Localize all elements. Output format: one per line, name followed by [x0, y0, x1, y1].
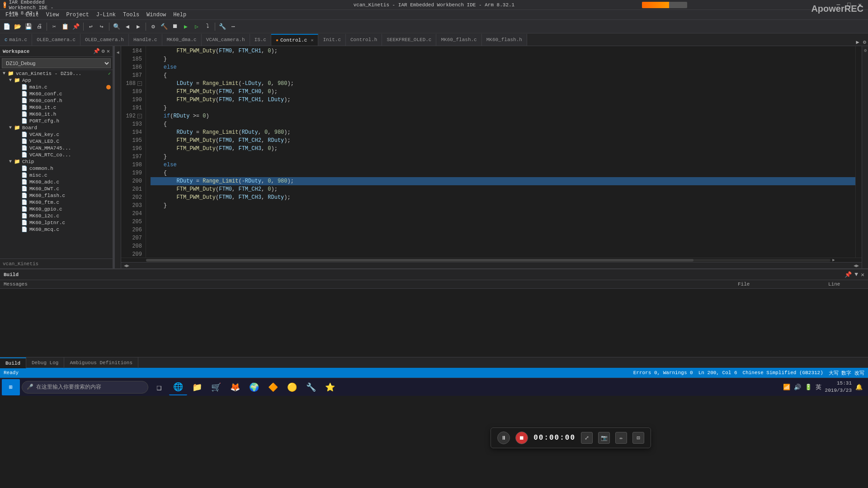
taskbar-notification[interactable]: 🔔 [855, 384, 863, 391]
tab-control-c[interactable]: ● Control.c ✕ [271, 34, 318, 46]
toolbar-chip[interactable]: 🔧 [217, 22, 227, 32]
right-panel-toggle[interactable]: ⚙ [863, 48, 868, 53]
tab-close-control-c[interactable]: ✕ [311, 38, 313, 43]
taskbar-store[interactable]: 🛒 [207, 379, 225, 395]
hscrollbar-track[interactable] [146, 259, 830, 262]
fold-192[interactable]: − [137, 114, 142, 118]
toolbar-print[interactable]: 🖨 [34, 22, 44, 32]
toolbar-more[interactable]: ⋯ [228, 22, 238, 32]
bottom-tab-debug-log[interactable]: Debug Log [26, 357, 64, 368]
toolbar-download-run[interactable]: ▶ [181, 22, 191, 32]
tab-is-c[interactable]: IS.c [250, 34, 271, 46]
toolbar-fwd[interactable]: ▶ [133, 22, 143, 32]
rec-pen-btn[interactable]: ✏ [615, 432, 627, 444]
tree-app-folder[interactable]: ▼ 📁 App [0, 77, 113, 84]
tree-mk60-conf-h[interactable]: 📄 MK60_conf.h [0, 97, 113, 104]
toolbar-save[interactable]: 💾 [24, 22, 33, 32]
taskbar-edge[interactable]: 🌐 [169, 379, 187, 395]
workspace-close[interactable]: ✕ [107, 48, 110, 55]
tree-chip-folder[interactable]: ▼ 📁 Chip [0, 158, 113, 165]
taskbar-firefox[interactable]: 🦊 [226, 379, 244, 395]
toolbar-undo[interactable]: ↩ [86, 22, 96, 32]
rec-stop-button[interactable]: ⏹ [515, 432, 528, 444]
tree-main-c[interactable]: 📄 main.c [0, 84, 113, 90]
rec-pause-button[interactable]: ⏸ [497, 432, 510, 444]
taskbar-app8[interactable]: 🟡 [283, 379, 301, 395]
taskbar-battery[interactable]: 🔋 [805, 384, 812, 391]
workspace-settings[interactable]: ⚙ [102, 48, 105, 55]
tree-mk60-mcq[interactable]: 📄 MK60_mcq.c [0, 226, 113, 233]
taskbar-app10[interactable]: ⭐ [321, 379, 339, 395]
tree-common-h[interactable]: 📄 common.h [0, 165, 113, 172]
toolbar-open[interactable]: 📂 [13, 22, 23, 32]
right-panel[interactable]: ⚙ [862, 46, 868, 268]
tree-board-folder[interactable]: ▼ 📁 Board [0, 124, 113, 131]
taskbar-explorer[interactable]: 📁 [188, 379, 206, 395]
menu-view[interactable]: View [42, 11, 63, 19]
tab-mk60-flash-h[interactable]: MK60_flash.h [482, 34, 527, 46]
menu-tools[interactable]: Tools [119, 11, 143, 19]
taskbar-volume[interactable]: 🔊 [794, 384, 801, 391]
menu-project[interactable]: Project [62, 11, 92, 19]
tab-oled-camera-c[interactable]: OLED_camera.c [32, 34, 80, 46]
tab-main-c[interactable]: c main.c [0, 34, 32, 46]
taskbar-lang[interactable]: 英 [816, 383, 821, 391]
toolbar-step-over[interactable]: ⤵ [203, 22, 212, 32]
tab-control-h[interactable]: Control.h [346, 34, 382, 46]
tab-init-c[interactable]: Init.c [318, 34, 346, 46]
menu-help[interactable]: Help [170, 11, 190, 19]
start-button[interactable]: ⊞ [2, 379, 20, 395]
tree-misc-c[interactable]: 📄 misc.c [0, 172, 113, 178]
toolbar-cut[interactable]: ✂ [49, 22, 59, 32]
tab-oled-camera-h[interactable]: OLED_camera.h [80, 34, 129, 46]
tab-seekfree-oled[interactable]: SEEKFREE_OLED.c [382, 34, 436, 46]
tabs-scroll-right[interactable]: ▶ [856, 39, 859, 46]
taskbar-ie[interactable]: 🌍 [245, 379, 263, 395]
tree-root[interactable]: ▼ 📁 vcan_Kinetis - DZ10... ✓ [0, 70, 113, 77]
taskbar-app9[interactable]: 🔧 [302, 379, 320, 395]
tab-mk60-dma[interactable]: MK60_dma.c [162, 34, 202, 46]
tree-vcan-led[interactable]: 📄 VCAN_LED.C [0, 138, 113, 145]
toolbar-paste[interactable]: 📌 [71, 22, 81, 32]
tree-mk60-dwt[interactable]: 📄 MK60_DWT.c [0, 185, 113, 192]
tree-mk60-it-h[interactable]: 📄 MK60_it.h [0, 111, 113, 117]
tree-mk60-flash-c[interactable]: 📄 MK60_flash.c [0, 192, 113, 199]
toolbar-copy[interactable]: 📋 [60, 22, 70, 32]
taskbar-network[interactable]: 📶 [783, 384, 790, 391]
toolbar-find[interactable]: 🔍 [112, 22, 122, 32]
expand-left-icon[interactable]: ◀▶ [124, 263, 129, 268]
tree-vcan-key[interactable]: 📄 VCAN_key.c [0, 131, 113, 138]
tree-port-cfg-h[interactable]: 📄 PORT_cfg.h [0, 117, 113, 124]
sidebar-collapse[interactable]: ◀ [115, 46, 121, 268]
rec-fullscreen-btn[interactable]: ⤢ [581, 432, 593, 444]
bottom-panel-pin[interactable]: 📌 [844, 271, 852, 278]
tab-vcan-camera-h[interactable]: VCAN_camera.h [202, 34, 250, 46]
code-content[interactable]: FTM_PWM_Duty(FTM0, FTM_CH1, 0); } else {… [146, 46, 855, 258]
tree-mk60-adc[interactable]: 📄 MK60_adc.c [0, 178, 113, 185]
workspace-pin[interactable]: 📌 [93, 48, 100, 55]
menu-window[interactable]: Window [143, 11, 170, 19]
expand-right-icon[interactable]: ◀▶ [854, 263, 859, 268]
toolbar-new[interactable]: 📄 [2, 22, 12, 32]
tree-mk60-ftm[interactable]: 📄 MK60_ftm.c [0, 199, 113, 206]
collapse-icon[interactable]: ◀ [116, 50, 119, 55]
tree-mk60-gpio[interactable]: 📄 MK60_gpio.c [0, 206, 113, 212]
toolbar-redo[interactable]: ↪ [97, 22, 107, 32]
taskbar-app7[interactable]: 🔶 [264, 379, 282, 395]
bottom-tab-ambiguous[interactable]: Ambiguous Definitions [64, 357, 138, 368]
workspace-config-select[interactable]: DZ10_Debug [2, 58, 111, 68]
tab-handle-c[interactable]: Handle.c [129, 34, 162, 46]
fold-188[interactable]: − [137, 81, 142, 86]
editor-hscrollbar[interactable]: ▶ [121, 258, 862, 262]
menu-edit[interactable]: Edit [22, 11, 42, 19]
menu-jlink[interactable]: J-Link [93, 11, 119, 19]
tab-mk60-flash-c[interactable]: MK60_flash.c [436, 34, 481, 46]
hscrollbar-thumb[interactable] [146, 259, 693, 262]
toolbar-compile[interactable]: ⚙ [148, 22, 158, 32]
tree-mk60-conf-c[interactable]: 📄 MK60_conf.c [0, 90, 113, 97]
toolbar-stop[interactable]: ⏹ [170, 22, 180, 32]
taskbar-search[interactable]: 🎤 在这里输入你要搜索的内容 [22, 381, 148, 394]
tree-mk60-lptmr[interactable]: 📄 MK60_lptnr.c [0, 219, 113, 226]
tree-mk60-i2c[interactable]: 📄 MK60_i2c.c [0, 212, 113, 219]
tree-vcan-mma[interactable]: 📄 VCAN_MMA745... [0, 145, 113, 151]
